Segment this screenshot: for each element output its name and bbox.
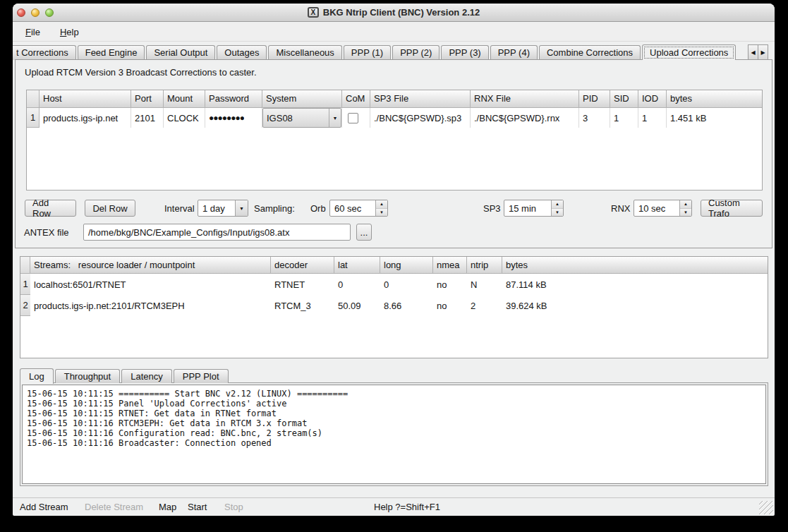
cell-rnx-file[interactable]: ./BNC${GPSWD}.rnx — [471, 108, 579, 128]
arrow-down-icon: ▼ — [684, 210, 688, 214]
row-number[interactable]: 1 — [20, 274, 30, 295]
cell-pid[interactable]: 3 — [579, 108, 610, 128]
arrow-down-icon: ▼ — [380, 210, 384, 214]
arrow-up-icon: ▲ — [684, 202, 688, 206]
cell-sp3-file[interactable]: ./BNC${GPSWD}.sp3 — [370, 108, 471, 128]
row-number[interactable]: 2 — [20, 295, 30, 316]
log-line: 15-06-15 10:11:16 Configuration read: BN… — [27, 428, 761, 438]
column-header-pid: PID — [579, 90, 610, 108]
log-output: 15-06-15 10:11:15 ========== Start BNC v… — [22, 385, 766, 484]
tab-throughput[interactable]: Throughput — [55, 369, 121, 383]
menu-help[interactable]: Help — [54, 25, 85, 39]
cell-bytes[interactable]: 1.451 kB — [667, 108, 762, 128]
column-header-decoder: decoder — [271, 257, 334, 274]
cell-bytes: 39.624 kB — [502, 295, 768, 316]
com-checkbox[interactable] — [348, 113, 358, 123]
tab-ppp-2[interactable]: PPP (2) — [392, 45, 440, 60]
spin-up-button[interactable]: ▲ — [552, 200, 563, 209]
tab-combine-corrections[interactable]: Combine Corrections — [539, 45, 641, 60]
column-header-bytes: bytes — [667, 90, 762, 108]
tab-ppp-4[interactable]: PPP (4) — [490, 45, 538, 60]
orb-label: Orb — [310, 200, 326, 217]
arrow-up-icon: ▲ — [380, 202, 384, 206]
tab-miscellaneous[interactable]: Miscellaneous — [268, 45, 341, 60]
cell-decoder: RTNET — [271, 274, 334, 295]
log-line: 15-06-15 10:11:15 RTNET: Get data in RTN… — [27, 409, 761, 418]
streams-table-header: Streams: resource loader / mountpoint de… — [20, 257, 768, 274]
rnx-spinbox[interactable]: 10 sec ▲ ▼ — [634, 200, 692, 217]
system-combobox[interactable]: IGS08 ▼ — [262, 108, 341, 128]
status-bar: Add Stream Delete Stream Map Start Stop … — [13, 497, 775, 516]
tab-ppp-1[interactable]: PPP (1) — [344, 45, 391, 60]
system-combobox-value: IGS08 — [263, 113, 329, 123]
add-stream-button[interactable]: Add Stream — [20, 502, 68, 512]
log-panel: 15-06-15 10:11:15 ========== Start BNC v… — [20, 382, 768, 486]
sp3-value: 15 min — [504, 203, 551, 214]
spin-buttons: ▲ ▼ — [375, 200, 387, 216]
browse-button[interactable]: ... — [356, 224, 372, 241]
column-header-iod: IOD — [638, 90, 667, 108]
upload-controls-row: Add Row Del Row Interval 1 day ▼ Samplin… — [16, 200, 772, 217]
column-header-host: Host — [40, 90, 131, 108]
interval-select[interactable]: 1 day ▼ — [198, 200, 248, 217]
cell-decoder: RTCM_3 — [271, 295, 334, 316]
tab-broadcast-corrections[interactable]: t Corrections — [13, 45, 76, 60]
antex-file-input[interactable]: /home/bkg/BNC/Example_Configs/Input/igs0… — [83, 224, 351, 241]
spin-down-button[interactable]: ▼ — [680, 209, 691, 217]
tab-latency[interactable]: Latency — [121, 369, 172, 383]
resize-grip[interactable] — [759, 501, 773, 514]
start-button[interactable]: Start — [188, 502, 207, 512]
arrow-left-icon: ◀ — [751, 49, 755, 56]
cell-ntrip: N — [467, 274, 502, 295]
spin-buttons: ▲ ▼ — [679, 200, 691, 216]
tab-scroll-right-button[interactable]: ▶ — [758, 44, 768, 60]
zoom-button[interactable] — [45, 8, 54, 17]
del-row-button[interactable]: Del Row — [85, 200, 135, 217]
tab-log[interactable]: Log — [20, 368, 54, 384]
menu-file[interactable]: File — [20, 25, 46, 39]
minimize-button[interactable] — [31, 8, 40, 17]
cell-nmea: no — [433, 295, 467, 316]
sp3-spinbox[interactable]: 15 min ▲ ▼ — [504, 200, 564, 217]
tab-ppp-plot[interactable]: PPP Plot — [174, 369, 229, 383]
log-line: 15-06-15 10:11:16 Broadcaster: Connectio… — [27, 438, 761, 448]
cell-com — [342, 108, 370, 128]
cell-mount[interactable]: CLOCK — [164, 108, 205, 128]
cell-port[interactable]: 2101 — [131, 108, 164, 128]
custom-trafo-button[interactable]: Custom Trafo — [701, 200, 763, 217]
tab-feed-engine[interactable]: Feed Engine — [78, 45, 145, 60]
spin-up-button[interactable]: ▲ — [680, 200, 691, 209]
cell-password[interactable]: ●●●●●●●● — [205, 108, 262, 128]
log-tab-bar: Log Throughput Latency PPP Plot — [20, 368, 230, 383]
corner-header-cell — [20, 257, 30, 274]
spin-up-button[interactable]: ▲ — [376, 200, 387, 209]
cell-nmea: no — [433, 274, 467, 295]
tab-scroll-left-button[interactable]: ◀ — [748, 44, 758, 60]
close-button[interactable] — [17, 8, 25, 17]
column-header-sp3-file: SP3 File — [370, 90, 471, 108]
cell-iod[interactable]: 1 — [638, 108, 667, 128]
column-header-port: Port — [131, 90, 164, 108]
sp3-label: SP3 — [483, 200, 501, 217]
orb-spinbox[interactable]: 60 sec ▲ ▼ — [329, 200, 388, 217]
tab-serial-output[interactable]: Serial Output — [146, 45, 215, 60]
row-number[interactable]: 1 — [27, 108, 40, 128]
cell-ntrip: 2 — [467, 295, 502, 316]
tab-ppp-3[interactable]: PPP (3) — [441, 45, 488, 60]
spin-down-button[interactable]: ▼ — [552, 209, 563, 217]
stream-row[interactable]: 1 localhost:6501/RTNET RTNET 0 0 no N 87… — [20, 274, 768, 295]
add-row-button[interactable]: Add Row — [25, 200, 76, 217]
stream-row[interactable]: 2 products.igs-ip.net:2101/RTCM3EPH RTCM… — [20, 295, 768, 316]
tab-upload-corrections[interactable]: Upload Corrections — [642, 44, 736, 60]
cell-system: IGS08 ▼ — [262, 108, 342, 128]
spin-down-button[interactable]: ▼ — [376, 209, 387, 217]
tab-outages[interactable]: Outages — [217, 45, 267, 60]
cell-host[interactable]: products.igs-ip.net — [40, 108, 131, 128]
map-button[interactable]: Map — [159, 502, 176, 512]
title-bar[interactable]: X BKG Ntrip Client (BNC) Version 2.12 — [13, 4, 775, 22]
cell-sid[interactable]: 1 — [610, 108, 638, 128]
arrow-right-icon: ▶ — [760, 49, 765, 56]
log-line: 15-06-15 10:11:15 ========== Start BNC v… — [27, 389, 761, 399]
x11-app-icon: X — [308, 7, 319, 18]
antex-row: ANTEX file /home/bkg/BNC/Example_Configs… — [16, 224, 772, 241]
